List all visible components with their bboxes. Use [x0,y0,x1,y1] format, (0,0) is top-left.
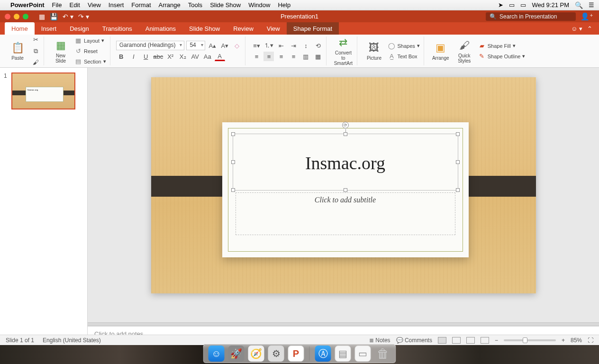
dock-launchpad-icon[interactable]: 🚀 [228,346,245,362]
align-left-button[interactable]: ≡ [251,52,262,61]
dock-document-icon[interactable]: ▤ [335,346,351,362]
language-status[interactable]: English (United States) [43,337,101,344]
resize-handle-tr[interactable] [456,132,460,136]
search-presentation-input[interactable]: 🔍 Search in Presentation [486,12,576,21]
cut-button[interactable]: ✂ [30,35,41,45]
shapes-button[interactable]: ◯Shapes ▾ [387,42,420,50]
spotlight-icon[interactable]: 🔍 [575,1,583,9]
bullets-button[interactable]: ≡▾ [251,41,262,50]
selection-frame[interactable]: ⟳ [233,134,458,191]
align-center-button[interactable]: ≡ [263,52,274,61]
numbering-button[interactable]: ⒈▾ [263,41,274,50]
menu-help[interactable]: Help [278,1,290,9]
close-window-button[interactable] [5,14,10,19]
dock-safari-icon[interactable]: 🧭 [248,346,264,362]
notes-splitter[interactable] [88,322,599,326]
line-spacing-button[interactable]: ↕ [300,41,311,50]
zoom-in-button[interactable]: + [562,337,565,344]
reset-button[interactable]: ↺Reset [73,47,107,55]
comments-toggle[interactable]: 💬 Comments [396,337,432,344]
resize-handle-tl[interactable] [231,132,235,136]
dock-finder-icon[interactable]: ☺ [209,346,225,362]
resize-handle-ml[interactable] [231,160,235,164]
justify-button[interactable]: ≡ [288,52,299,61]
superscript-button[interactable]: X² [165,52,176,61]
font-size-select[interactable]: 54 [186,41,205,50]
font-name-select[interactable]: Garamond (Headings) [116,41,185,50]
resize-handle-mr[interactable] [456,160,460,164]
shape-fill-button[interactable]: ▰Shape Fill ▾ [477,42,526,50]
format-painter-button[interactable]: 🖌 [30,58,41,67]
quick-styles-button[interactable]: 🖌 Quick Styles [454,36,475,66]
underline-button[interactable]: U [141,52,151,61]
resize-handle-tm[interactable] [344,132,347,136]
slideshow-view-button[interactable] [481,337,489,344]
menu-view[interactable]: View [88,1,101,9]
convert-smartart-button[interactable]: ⇄ Convert to SmartArt [332,36,354,66]
slide-canvas[interactable]: ⟳ Insmac.org Click to [88,68,599,322]
section-button[interactable]: ▤Section ▾ [73,57,107,66]
dock-appstore-icon[interactable]: Ⓐ [315,346,331,362]
zoom-slider-knob[interactable] [523,337,527,343]
sorter-view-button[interactable] [452,337,461,344]
zoom-level[interactable]: 85% [571,337,582,344]
increase-indent-button[interactable]: ⇥ [288,41,299,50]
reading-view-button[interactable] [466,337,475,344]
zoom-out-button[interactable]: − [495,337,498,344]
align-text-button[interactable]: ▦ [313,52,323,61]
qat-undo-icon[interactable]: ↶ ▾ [63,13,73,20]
share-button[interactable]: 👤⁺ [581,12,593,21]
strikethrough-button[interactable]: abc [153,52,163,61]
fit-to-window-button[interactable]: ⛶ [588,337,593,344]
menu-tools[interactable]: Tools [188,1,202,9]
cursor-icon[interactable]: ➤ [498,1,503,9]
normal-view-button[interactable] [438,337,446,344]
resize-handle-bm[interactable] [344,188,347,192]
new-slide-button[interactable]: ▦ New Slide [50,36,72,66]
columns-button[interactable]: ▥ [300,52,311,61]
menu-insert[interactable]: Insert [109,1,124,9]
italic-button[interactable]: I [128,52,139,61]
menu-slideshow[interactable]: Slide Show [210,1,241,9]
app-menu[interactable]: PowerPoint [10,1,45,9]
slide[interactable]: ⟳ Insmac.org Click to [151,77,536,293]
qat-redo-icon[interactable]: ↷ ▾ [78,13,89,20]
clear-formatting-button[interactable]: ◇ [232,41,242,50]
battery-icon[interactable]: ▭ [520,1,526,9]
resize-handle-bl[interactable] [231,188,235,192]
tab-slideshow[interactable]: Slide Show [182,22,227,35]
resize-handle-br[interactable] [456,188,460,192]
notes-toggle[interactable]: ≣ Notes [369,337,390,344]
menu-file[interactable]: File [52,1,62,9]
align-right-button[interactable]: ≡ [276,52,286,61]
dock-folder-icon[interactable]: ▭ [355,346,371,362]
menu-window[interactable]: Window [248,1,270,9]
tab-view[interactable]: View [260,22,287,35]
minimize-window-button[interactable] [14,14,19,19]
copy-button[interactable]: ⧉ [30,46,41,56]
dock-settings-icon[interactable]: ⚙ [268,346,284,362]
layout-button[interactable]: ▦Layout ▾ [73,36,107,45]
tab-home[interactable]: Home [5,22,35,35]
tab-transitions[interactable]: Transitions [96,22,139,35]
tab-animations[interactable]: Animations [139,22,182,35]
menu-format[interactable]: Format [131,1,151,9]
menu-arrange[interactable]: Arrange [159,1,181,9]
textbox-button[interactable]: A̲Text Box [387,52,420,61]
increase-font-button[interactable]: A▴ [207,41,218,50]
tab-review[interactable]: Review [227,22,260,35]
bold-button[interactable]: B [116,52,127,61]
dock-trash-icon[interactable]: 🗑 [375,346,391,362]
feedback-icon[interactable]: ☺ ▾ [571,25,582,32]
title-placeholder[interactable]: ⟳ Insmac.org [236,136,455,188]
qat-save-icon[interactable]: 💾 [50,13,58,20]
qat-view-icon[interactable]: ▦ [39,13,45,20]
subtitle-placeholder[interactable]: Click to add subtitle [236,192,455,235]
text-direction-button[interactable]: ⟲ [313,41,323,50]
character-spacing-button[interactable]: AV [190,52,200,61]
zoom-window-button[interactable] [23,14,28,19]
arrange-button[interactable]: ▣ Arrange [430,36,452,66]
notification-center-icon[interactable]: ☰ [589,1,594,9]
rotate-handle[interactable]: ⟳ [342,122,349,128]
decrease-indent-button[interactable]: ⇤ [276,41,286,50]
